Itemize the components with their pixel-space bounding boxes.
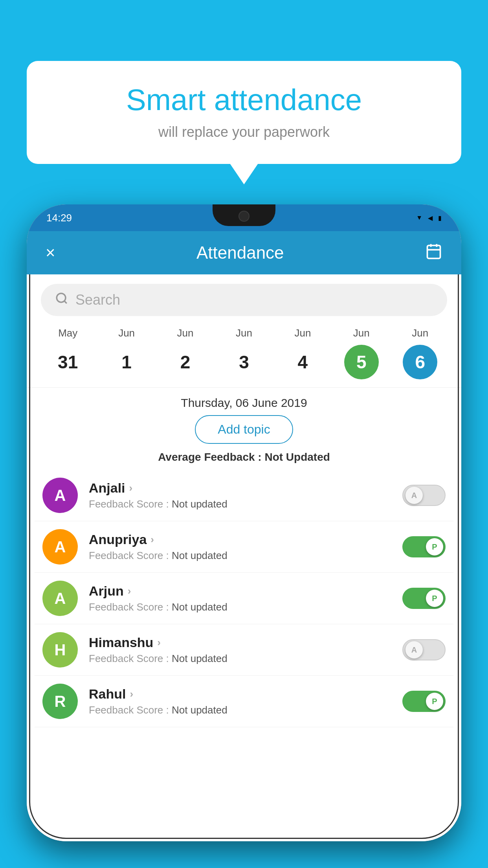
cal-date-number[interactable]: 6: [403, 345, 437, 379]
toggle-knob: P: [426, 693, 443, 710]
student-avatar: H: [42, 632, 78, 668]
attendance-toggle-container: P: [402, 691, 446, 712]
speech-bubble-container: Smart attendance will replace your paper…: [27, 61, 461, 164]
cal-month-label: Jun: [353, 327, 370, 339]
student-info: Rahul ›Feedback Score : Not updated: [89, 686, 391, 716]
student-feedback: Feedback Score : Not updated: [89, 550, 391, 562]
student-info: Arjun ›Feedback Score : Not updated: [89, 583, 391, 613]
attendance-toggle[interactable]: A: [402, 639, 446, 660]
speech-subtitle: will replace your paperwork: [50, 124, 438, 140]
search-input[interactable]: Search: [75, 292, 120, 308]
student-feedback: Feedback Score : Not updated: [89, 653, 391, 665]
search-icon: [55, 292, 68, 308]
student-info: Anupriya ›Feedback Score : Not updated: [89, 532, 391, 562]
phone-wrapper: 14:29 ▼ ◀ ▮ × Attendance: [27, 204, 461, 868]
student-item: RRahul ›Feedback Score : Not updatedP: [35, 676, 453, 727]
calendar-day[interactable]: Jun5: [344, 327, 379, 379]
cal-date-number[interactable]: 2: [168, 345, 203, 379]
calendar-day[interactable]: Jun6: [403, 327, 437, 379]
student-item: AAnupriya ›Feedback Score : Not updatedP: [35, 521, 453, 573]
svg-point-4: [57, 293, 66, 302]
cal-date-number[interactable]: 4: [285, 345, 320, 379]
student-name[interactable]: Himanshu ›: [89, 635, 391, 650]
student-avatar: A: [42, 478, 78, 513]
chevron-right-icon: ›: [150, 533, 154, 546]
app-screen: 14:29 ▼ ◀ ▮ × Attendance: [27, 204, 461, 841]
cal-date-number[interactable]: 5: [344, 345, 379, 379]
student-name[interactable]: Rahul ›: [89, 686, 391, 702]
selected-date: Thursday, 06 June 2019: [27, 388, 461, 415]
camera: [238, 211, 250, 222]
close-button[interactable]: ×: [46, 243, 55, 262]
status-time: 14:29: [46, 212, 72, 224]
feedback-label-text: Average Feedback :: [158, 451, 264, 463]
calendar-day[interactable]: Jun3: [227, 327, 261, 379]
signal-icon: ◀: [428, 214, 433, 222]
student-name[interactable]: Arjun ›: [89, 583, 391, 599]
status-icons: ▼ ◀ ▮: [416, 214, 442, 222]
student-list: AAnjali ›Feedback Score : Not updatedAAA…: [27, 470, 461, 727]
search-bar[interactable]: Search: [41, 284, 447, 316]
notch: [213, 204, 275, 226]
calendar-icon[interactable]: [425, 243, 442, 263]
chevron-right-icon: ›: [157, 636, 161, 649]
attendance-toggle[interactable]: P: [402, 588, 446, 609]
toggle-knob: A: [405, 487, 423, 504]
cal-month-label: Jun: [412, 327, 428, 339]
speech-bubble: Smart attendance will replace your paper…: [27, 61, 461, 164]
student-avatar: A: [42, 581, 78, 616]
svg-line-5: [64, 301, 67, 303]
cal-date-number[interactable]: 31: [51, 345, 85, 379]
attendance-toggle-container: P: [402, 536, 446, 557]
student-item: HHimanshu ›Feedback Score : Not updatedA: [35, 624, 453, 676]
battery-icon: ▮: [438, 214, 442, 222]
cal-month-label: Jun: [177, 327, 194, 339]
student-item: AArjun ›Feedback Score : Not updatedP: [35, 573, 453, 624]
wifi-icon: ▼: [416, 214, 422, 221]
content-area: Search May31Jun1Jun2Jun3Jun4Jun5Jun6 Thu…: [27, 274, 461, 841]
phone-frame: 14:29 ▼ ◀ ▮ × Attendance: [27, 204, 461, 841]
svg-rect-0: [427, 245, 440, 258]
speech-title: Smart attendance: [50, 83, 438, 117]
calendar-day[interactable]: Jun1: [109, 327, 144, 379]
cal-month-label: Jun: [236, 327, 252, 339]
attendance-toggle-container: A: [402, 639, 446, 660]
feedback-value: Not Updated: [264, 451, 330, 463]
cal-month-label: Jun: [118, 327, 135, 339]
toolbar: × Attendance: [27, 231, 461, 274]
calendar-day[interactable]: Jun4: [285, 327, 320, 379]
average-feedback: Average Feedback : Not Updated: [27, 451, 461, 463]
attendance-toggle[interactable]: P: [402, 691, 446, 712]
attendance-toggle-container: P: [402, 588, 446, 609]
student-item: AAnjali ›Feedback Score : Not updatedA: [35, 470, 453, 521]
chevron-right-icon: ›: [128, 585, 131, 597]
student-info: Anjali ›Feedback Score : Not updated: [89, 480, 391, 510]
student-avatar: A: [42, 529, 78, 565]
chevron-right-icon: ›: [129, 482, 133, 494]
calendar-day[interactable]: May31: [51, 327, 85, 379]
calendar-day[interactable]: Jun2: [168, 327, 203, 379]
cal-month-label: May: [58, 327, 77, 339]
toolbar-title: Attendance: [196, 243, 284, 263]
cal-date-number[interactable]: 1: [109, 345, 144, 379]
chevron-right-icon: ›: [130, 688, 133, 700]
toggle-knob: P: [426, 590, 443, 607]
attendance-toggle[interactable]: P: [402, 536, 446, 557]
student-info: Himanshu ›Feedback Score : Not updated: [89, 635, 391, 665]
student-name[interactable]: Anupriya ›: [89, 532, 391, 547]
student-feedback: Feedback Score : Not updated: [89, 601, 391, 613]
calendar-strip: May31Jun1Jun2Jun3Jun4Jun5Jun6: [27, 323, 461, 388]
student-feedback: Feedback Score : Not updated: [89, 704, 391, 716]
student-name[interactable]: Anjali ›: [89, 480, 391, 496]
add-topic-button[interactable]: Add topic: [195, 415, 293, 444]
toggle-knob: A: [405, 641, 423, 658]
attendance-toggle[interactable]: A: [402, 485, 446, 506]
toggle-knob: P: [426, 538, 443, 555]
attendance-toggle-container: A: [402, 485, 446, 506]
student-avatar: R: [42, 684, 78, 719]
cal-month-label: Jun: [294, 327, 311, 339]
cal-date-number[interactable]: 3: [227, 345, 261, 379]
student-feedback: Feedback Score : Not updated: [89, 498, 391, 510]
